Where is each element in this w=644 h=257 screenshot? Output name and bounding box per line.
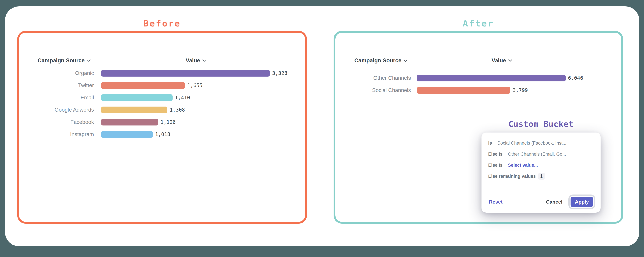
bar-other-channels xyxy=(417,75,566,81)
bar-value: 3,328 xyxy=(272,70,287,76)
apply-button[interactable]: Apply xyxy=(570,197,593,207)
after-table-rows: Other Channels 6,046 Social Channels 3,7… xyxy=(354,72,583,96)
bar-value: 1,410 xyxy=(175,95,190,100)
before-value-header-label: Value xyxy=(186,57,200,64)
after-table-header: Campaign Source Value xyxy=(354,57,616,64)
table-row: Organic 3,328 xyxy=(38,67,287,79)
bar-value: 1,655 xyxy=(187,82,202,88)
bar-value: 6,046 xyxy=(568,75,583,81)
bar-social-channels xyxy=(417,87,510,94)
rule-value-field[interactable]: Other Channels (Email, Go... xyxy=(508,152,566,157)
row-label: Instagram xyxy=(38,131,94,137)
chevron-down-icon xyxy=(87,58,91,62)
cancel-button[interactable]: Cancel xyxy=(546,199,562,205)
custom-bucket-title: Custom Bucket xyxy=(482,119,600,129)
before-source-header[interactable]: Campaign Source xyxy=(38,57,90,64)
rule-value-field[interactable]: Social Channels (Facebook, Inst... xyxy=(498,141,566,146)
table-row: Twitter 1,655 xyxy=(38,79,287,91)
before-value-header[interactable]: Value xyxy=(186,57,206,64)
bar-value: 1,308 xyxy=(170,107,185,113)
rule-operator: Else remaining values xyxy=(488,174,536,179)
bar-email xyxy=(101,94,172,101)
info-icon[interactable]: i xyxy=(538,173,545,180)
reset-button[interactable]: Reset xyxy=(489,199,502,205)
row-label: Twitter xyxy=(38,82,94,88)
bucket-rule-row: Else Is Select value... xyxy=(488,160,594,171)
select-value-link[interactable]: Select value... xyxy=(508,163,538,168)
bucket-rule-row: Else remaining values i xyxy=(488,171,594,182)
before-source-header-label: Campaign Source xyxy=(38,57,85,64)
before-title: Before xyxy=(17,18,307,29)
row-label: Google Adwords xyxy=(38,107,94,113)
bucket-rule-row: Is Social Channels (Facebook, Inst... xyxy=(488,138,594,149)
bar-instagram xyxy=(101,131,153,138)
dialog-footer: Reset Cancel Apply xyxy=(482,191,600,213)
row-label: Facebook xyxy=(38,119,94,125)
bar-value: 1,018 xyxy=(155,131,170,137)
after-value-header-label: Value xyxy=(492,57,506,64)
after-value-header[interactable]: Value xyxy=(492,57,512,64)
table-row: Facebook 1,126 xyxy=(38,116,287,128)
after-source-header-label: Campaign Source xyxy=(354,57,402,64)
chevron-down-icon xyxy=(508,58,512,62)
comparison-screenshot: Before Campaign Source Value Organic 3,3… xyxy=(0,0,644,257)
bucket-rule-row: Else Is Other Channels (Email, Go... xyxy=(488,149,594,160)
chevron-down-icon xyxy=(404,58,408,62)
bar-value: 3,799 xyxy=(513,87,528,93)
bar-twitter xyxy=(101,82,185,89)
bar-organic xyxy=(101,70,270,77)
row-label: Other Channels xyxy=(354,75,411,81)
table-row: Other Channels 6,046 xyxy=(354,72,583,84)
row-label: Social Channels xyxy=(354,87,411,93)
row-label: Organic xyxy=(38,70,94,76)
bar-google-adwords xyxy=(101,107,167,113)
table-row: Email 1,410 xyxy=(38,91,287,104)
before-table-rows: Organic 3,328 Twitter 1,655 Email 1,410 … xyxy=(38,67,287,140)
rule-operator: Else Is xyxy=(488,163,502,168)
rule-operator: Is xyxy=(488,141,492,146)
table-row: Google Adwords 1,308 xyxy=(38,104,287,116)
chevron-down-icon xyxy=(202,58,206,62)
row-label: Email xyxy=(38,94,94,101)
table-row: Instagram 1,018 xyxy=(38,128,287,140)
after-source-header[interactable]: Campaign Source xyxy=(354,57,407,64)
rule-operator: Else Is xyxy=(488,152,502,157)
bucket-rules: Is Social Channels (Facebook, Inst... El… xyxy=(482,133,600,182)
bar-facebook xyxy=(101,119,158,125)
table-row: Social Channels 3,799 xyxy=(354,84,583,96)
after-title: After xyxy=(334,18,623,29)
before-table-header: Campaign Source Value xyxy=(38,57,299,64)
custom-bucket-dialog: Is Social Channels (Facebook, Inst... El… xyxy=(482,133,600,213)
bar-value: 1,126 xyxy=(160,119,176,125)
